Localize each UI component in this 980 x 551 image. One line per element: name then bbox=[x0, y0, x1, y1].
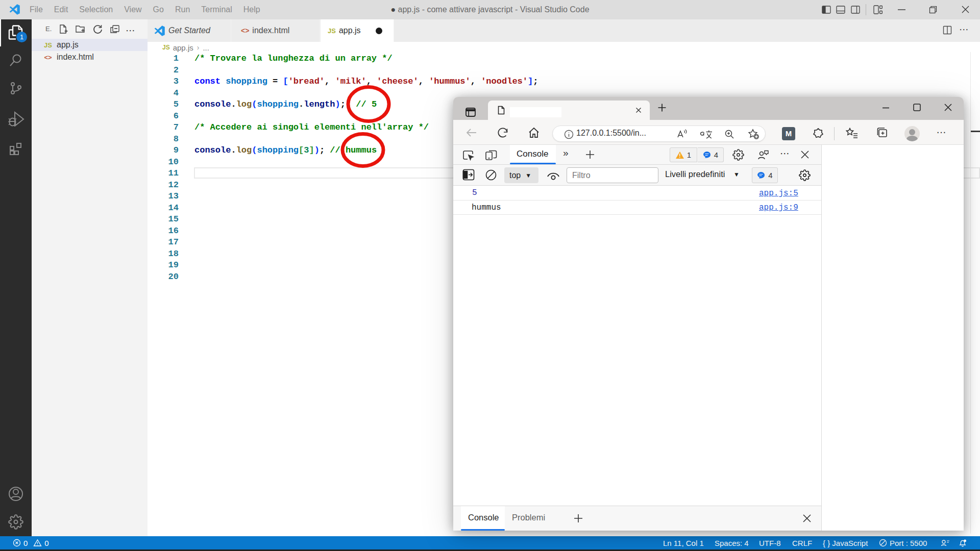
svg-text:!: ! bbox=[679, 153, 680, 159]
